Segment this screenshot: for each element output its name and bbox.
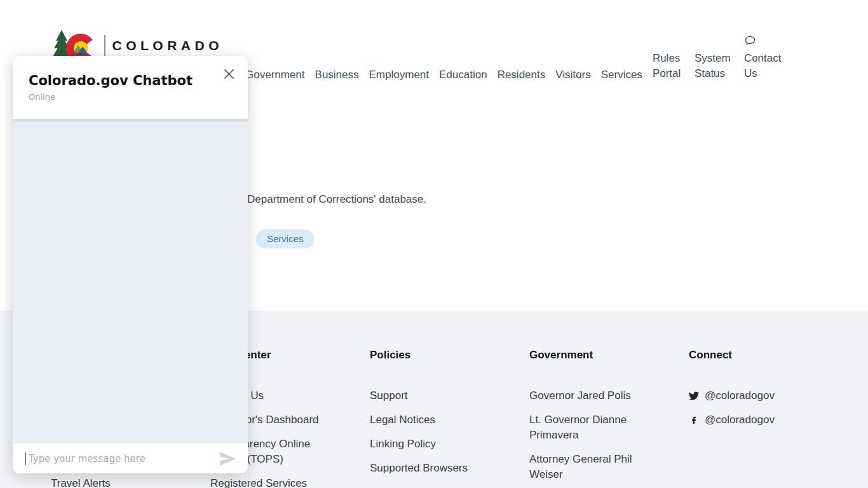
footer-link-twitter[interactable]: @coloradogov	[689, 388, 810, 403]
footer-col-government: Government Governor Jared Polis Lt. Gove…	[529, 349, 650, 488]
chatbot-header: Colorado.gov Chatbot Online	[13, 56, 248, 119]
footer-col-connect: Connect @coloradogov @coloradogov	[689, 349, 810, 437]
footer-link-linking-policy[interactable]: Linking Policy	[370, 437, 491, 452]
footer-link-governor[interactable]: Governor Jared Polis	[529, 388, 650, 403]
chatbot-panel: Colorado.gov Chatbot Online	[13, 56, 248, 473]
twitter-handle: @coloradogov	[705, 388, 775, 403]
nav-residents[interactable]: Residents	[498, 69, 546, 81]
footer-link-supported-browsers[interactable]: Supported Browsers	[370, 461, 491, 476]
send-icon[interactable]	[219, 452, 236, 466]
twitter-icon	[689, 391, 699, 401]
footer-link-support[interactable]: Support	[370, 388, 491, 403]
text-caret	[25, 452, 26, 465]
chatbot-message-input[interactable]	[27, 452, 219, 465]
facebook-icon	[689, 415, 699, 425]
nav-government[interactable]: Government	[245, 69, 305, 81]
top-nav: Government Business Employment Education…	[245, 51, 786, 81]
footer-policies-title: Policies	[370, 349, 491, 362]
footer-link-facebook[interactable]: @coloradogov	[689, 412, 810, 428]
search-result-description: Department of Corrections' database.	[247, 193, 426, 206]
nav-system-status[interactable]: System Status	[695, 51, 734, 81]
chatbot-status: Online	[29, 92, 233, 102]
nav-education[interactable]: Education	[439, 69, 487, 81]
nav-services[interactable]: Services	[601, 69, 642, 81]
services-tag-badge[interactable]: Services	[256, 229, 315, 248]
nav-employment[interactable]: Employment	[369, 69, 429, 81]
logo-divider	[104, 35, 105, 57]
footer-link-attorney-general[interactable]: Attorney General Phil Weiser	[529, 452, 650, 482]
nav-business[interactable]: Business	[315, 69, 359, 81]
chatbot-input-bar	[13, 444, 248, 473]
footer-connect-title: Connect	[689, 349, 810, 362]
chat-bubble-icon	[744, 34, 756, 46]
chatbot-message-area	[13, 119, 248, 444]
footer-link-lt-governor[interactable]: Lt. Governor Dianne Primavera	[529, 412, 650, 443]
footer-link-registered-services[interactable]: Registered Services	[210, 476, 331, 488]
nav-contact-us[interactable]: Contact Us	[744, 34, 786, 81]
page: COLORADO Government Business Employment …	[0, 0, 868, 488]
footer-link-legal-notices[interactable]: Legal Notices	[370, 412, 491, 428]
logo-wordmark: COLORADO	[112, 38, 224, 53]
footer-government-title: Government	[529, 349, 650, 362]
chatbot-title: Colorado.gov Chatbot	[29, 72, 233, 89]
footer-col-policies: Policies Support Legal Notices Linking P…	[370, 349, 491, 485]
close-icon[interactable]	[224, 69, 234, 79]
footer-link-travel-alerts[interactable]: Travel Alerts	[51, 476, 111, 488]
facebook-handle: @coloradogov	[705, 412, 775, 428]
nav-rules-portal[interactable]: Rules Portal	[653, 51, 684, 81]
nav-contact-us-label: Contact Us	[744, 51, 786, 81]
nav-visitors[interactable]: Visitors	[555, 69, 590, 81]
